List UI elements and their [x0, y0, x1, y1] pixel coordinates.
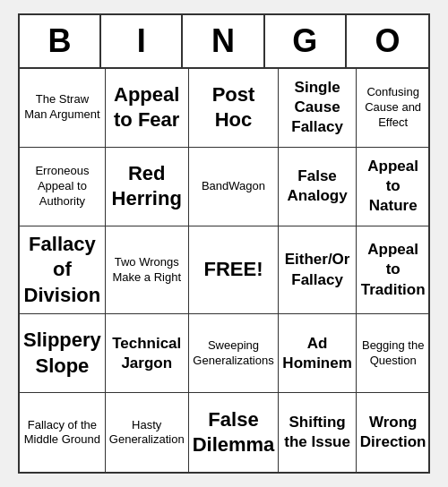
- cell-text-11: Two Wrongs Make a Right: [109, 255, 185, 286]
- bingo-cell-22[interactable]: False Dilemma: [189, 393, 280, 472]
- cell-text-18: Ad Hominem: [282, 334, 351, 373]
- bingo-grid: The Straw Man ArgumentAppeal to FearPost…: [20, 69, 428, 473]
- cell-text-16: Technical Jargon: [109, 334, 185, 373]
- bingo-cell-24[interactable]: Wrong Direction: [357, 393, 430, 472]
- header-letter-n: N: [183, 15, 264, 67]
- bingo-cell-9[interactable]: Appeal to Nature: [357, 148, 430, 226]
- cell-text-8: False Analogy: [282, 167, 351, 206]
- bingo-cell-20[interactable]: Fallacy of the Middle Ground: [20, 393, 106, 472]
- header-letter-i: I: [101, 15, 183, 67]
- bingo-cell-12[interactable]: FREE!: [189, 226, 280, 315]
- bingo-cell-11[interactable]: Two Wrongs Make a Right: [106, 226, 189, 315]
- cell-text-22: False Dilemma: [193, 407, 275, 458]
- cell-text-0: The Straw Man Argument: [23, 92, 101, 123]
- bingo-cell-14[interactable]: Appeal to Tradition: [357, 226, 430, 315]
- cell-text-6: Red Herring: [109, 161, 185, 212]
- cell-text-23: Shifting the Issue: [282, 413, 351, 452]
- bingo-cell-18[interactable]: Ad Hominem: [279, 314, 356, 393]
- cell-text-4: Confusing Cause and Effect: [360, 85, 426, 131]
- cell-text-21: Hasty Generalization: [109, 418, 185, 449]
- header-letter-g: G: [265, 15, 347, 67]
- bingo-cell-15[interactable]: Slippery Slope: [20, 314, 106, 393]
- bingo-cell-0[interactable]: The Straw Man Argument: [20, 69, 106, 148]
- bingo-cell-1[interactable]: Appeal to Fear: [106, 69, 189, 148]
- bingo-cell-21[interactable]: Hasty Generalization: [106, 393, 189, 472]
- bingo-cell-13[interactable]: Either/Or Fallacy: [279, 226, 356, 315]
- cell-text-12: FREE!: [204, 257, 263, 283]
- bingo-cell-7[interactable]: BandWagon: [189, 148, 280, 226]
- cell-text-7: BandWagon: [202, 179, 265, 194]
- cell-text-17: Sweeping Generalizations: [193, 338, 275, 369]
- bingo-cell-10[interactable]: Fallacy of Division: [20, 226, 106, 315]
- cell-text-10: Fallacy of Division: [23, 232, 101, 309]
- header-letter-b: B: [20, 15, 101, 67]
- cell-text-24: Wrong Direction: [360, 413, 426, 452]
- cell-text-1: Appeal to Fear: [109, 82, 185, 133]
- header-letter-o: O: [347, 15, 428, 67]
- bingo-cell-3[interactable]: Single Cause Fallacy: [279, 69, 356, 148]
- bingo-cell-2[interactable]: Post Hoc: [189, 69, 280, 148]
- bingo-card: BINGO The Straw Man ArgumentAppeal to Fe…: [18, 13, 430, 474]
- bingo-cell-16[interactable]: Technical Jargon: [106, 314, 189, 393]
- bingo-cell-17[interactable]: Sweeping Generalizations: [189, 314, 280, 393]
- bingo-cell-4[interactable]: Confusing Cause and Effect: [357, 69, 430, 148]
- bingo-cell-8[interactable]: False Analogy: [279, 148, 356, 226]
- cell-text-13: Either/Or Fallacy: [282, 250, 351, 289]
- cell-text-2: Post Hoc: [193, 82, 275, 133]
- cell-text-5: Erroneous Appeal to Authority: [23, 164, 101, 209]
- cell-text-9: Appeal to Nature: [360, 157, 426, 216]
- bingo-header: BINGO: [20, 15, 428, 69]
- cell-text-14: Appeal to Tradition: [360, 240, 426, 299]
- cell-text-3: Single Cause Fallacy: [282, 78, 351, 137]
- cell-text-19: Begging the Question: [360, 338, 426, 369]
- bingo-cell-6[interactable]: Red Herring: [106, 148, 189, 226]
- bingo-cell-5[interactable]: Erroneous Appeal to Authority: [20, 148, 106, 226]
- cell-text-15: Slippery Slope: [23, 328, 101, 379]
- cell-text-20: Fallacy of the Middle Ground: [23, 418, 101, 449]
- bingo-cell-23[interactable]: Shifting the Issue: [279, 393, 356, 472]
- bingo-cell-19[interactable]: Begging the Question: [357, 314, 430, 393]
